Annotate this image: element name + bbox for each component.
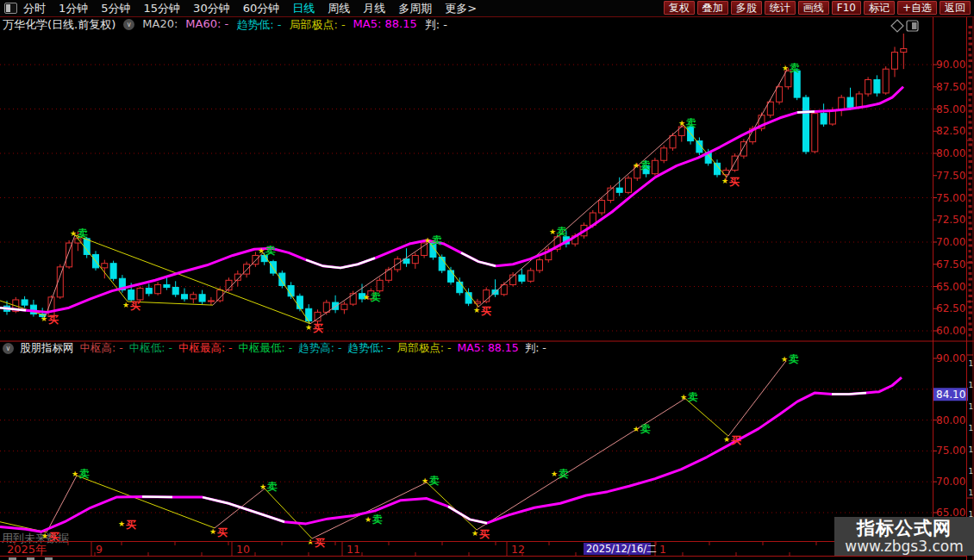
strip-glyph — [969, 283, 971, 286]
sell-mark: 卖 — [789, 62, 800, 74]
chevron-down-icon[interactable]: ∨ — [123, 19, 134, 30]
strip-glyph — [969, 216, 971, 219]
toolbar-button-6[interactable]: 标记 — [864, 1, 895, 15]
period-tab-8[interactable]: 月线 — [363, 1, 385, 16]
sell-mark: 卖 — [370, 291, 381, 303]
strip-glyph — [969, 121, 972, 124]
star-icon: ★ — [421, 476, 428, 485]
candle-body — [350, 294, 356, 304]
candle-body — [164, 284, 170, 287]
toolbar-button-4[interactable]: 画线 — [798, 1, 829, 15]
star-icon: ★ — [41, 314, 47, 323]
candle-body — [137, 289, 143, 300]
month-label: 1 — [659, 543, 666, 556]
sub-chart-header: ∨ 股朋指标网 中枢高: -中枢低: -中枢最高: -中枢最低: -趋势高: -… — [3, 342, 546, 355]
candle-body — [812, 114, 818, 152]
strip-digit: 1 — [969, 445, 974, 454]
price-axis-label: 87.50 — [936, 81, 965, 93]
chevron-down-icon[interactable]: ∨ — [3, 343, 14, 354]
toolbar-button-2[interactable]: 多股 — [731, 1, 762, 15]
strip-glyph — [969, 205, 972, 208]
star-icon: ★ — [258, 246, 265, 255]
strip-digit: 1 — [969, 424, 974, 432]
strip-glyph — [969, 166, 971, 169]
trend-line-down — [684, 125, 727, 177]
sell-mark: 卖 — [685, 117, 696, 129]
period-tab-1[interactable]: 1分钟 — [59, 1, 88, 16]
candle-body — [528, 271, 534, 281]
period-tab-2[interactable]: 5分钟 — [101, 1, 130, 16]
strip-glyph — [969, 127, 973, 129]
indicator-field-1: 中枢低: - — [129, 341, 172, 356]
sell-mark: 卖 — [640, 159, 651, 171]
candle-body — [146, 289, 152, 294]
ma-white-segment — [797, 112, 815, 113]
candle-body — [616, 188, 622, 192]
toolbar-button-3[interactable]: 统计 — [765, 1, 796, 15]
period-tab-10[interactable]: 更多> — [445, 1, 477, 16]
candle-body — [128, 290, 134, 300]
trend-line-down — [427, 482, 477, 530]
strip-digit: 1 — [969, 488, 974, 497]
strip-digit: 1 — [969, 381, 974, 389]
strip-glyph — [969, 317, 971, 320]
watermark-title: 指标公式网 — [834, 519, 974, 538]
candle-body — [874, 80, 880, 93]
buy-mark: 买 — [481, 305, 491, 317]
trend-line-down — [263, 252, 310, 323]
indicator-field-1: MA60: - — [185, 17, 228, 33]
buy-mark: 买 — [315, 537, 325, 549]
sell-mark: 卖 — [78, 468, 90, 480]
strip-glyph — [969, 189, 972, 191]
period-tab-0[interactable]: 分时 — [23, 1, 46, 16]
strip-glyph — [969, 133, 971, 135]
period-tab-5[interactable]: 60分钟 — [243, 1, 280, 16]
candle-body — [599, 201, 605, 213]
candle-body — [839, 97, 845, 109]
star-icon: ★ — [259, 482, 266, 491]
strip-glyph — [969, 110, 973, 113]
candle-body — [661, 148, 667, 160]
sell-mark: 卖 — [558, 468, 569, 480]
strip-glyph — [969, 245, 973, 247]
candle-body — [821, 114, 827, 124]
split-panel-icon[interactable] — [907, 21, 918, 31]
strip-glyph — [969, 77, 973, 79]
diamond-icon[interactable] — [891, 20, 903, 32]
candle-body — [377, 280, 383, 290]
chart-canvas[interactable]: ★买★卖★买★卖★买★卖★卖★买★卖★卖★卖★买★卖90.0087.5085.0… — [0, 0, 974, 560]
toolbar-button-1[interactable]: 叠加 — [697, 1, 728, 15]
price-axis-label: 65.00 — [936, 281, 965, 293]
strip-glyph — [969, 54, 972, 57]
candle-body — [208, 301, 214, 302]
candle-body — [892, 53, 898, 70]
strip-glyph — [969, 295, 973, 297]
price-axis-label: 75.00 — [936, 445, 965, 457]
toolbar-button-8[interactable]: 返回 — [940, 1, 971, 15]
month-label: 11 — [347, 543, 360, 556]
candle-body — [190, 295, 197, 299]
toolbar-button-7[interactable]: +自选 — [897, 1, 937, 15]
sell-mark: 卖 — [371, 513, 383, 526]
period-tab-7[interactable]: 周线 — [328, 1, 350, 16]
stock-title: 万华化学(日线.前复权) — [3, 17, 116, 33]
period-tab-6[interactable]: 日线 — [292, 1, 315, 16]
panel-toggle-icon[interactable] — [4, 3, 17, 14]
strip-glyph — [969, 144, 973, 146]
period-tab-4[interactable]: 30分钟 — [193, 1, 230, 16]
strip-glyph — [969, 267, 971, 270]
strip-glyph — [969, 289, 972, 292]
price-axis-label: 90.00 — [936, 352, 965, 364]
star-icon: ★ — [305, 323, 312, 332]
candle-body — [182, 295, 188, 299]
toolbar-button-0[interactable]: 复权 — [664, 1, 695, 15]
app-window: 分时1分钟5分钟15分钟30分钟60分钟日线周线月线多周期更多> 复权叠加多股统… — [0, 0, 974, 560]
star-icon: ★ — [723, 435, 730, 444]
indicator-field-4: 趋势高: - — [298, 341, 341, 356]
strip-glyph — [969, 104, 972, 107]
strip-glyph — [969, 227, 973, 230]
toolbar-button-5[interactable]: F10 — [832, 1, 861, 15]
buy-mark: 买 — [479, 528, 490, 540]
period-tab-3[interactable]: 15分钟 — [144, 1, 181, 16]
period-tab-9[interactable]: 多周期 — [398, 1, 432, 16]
